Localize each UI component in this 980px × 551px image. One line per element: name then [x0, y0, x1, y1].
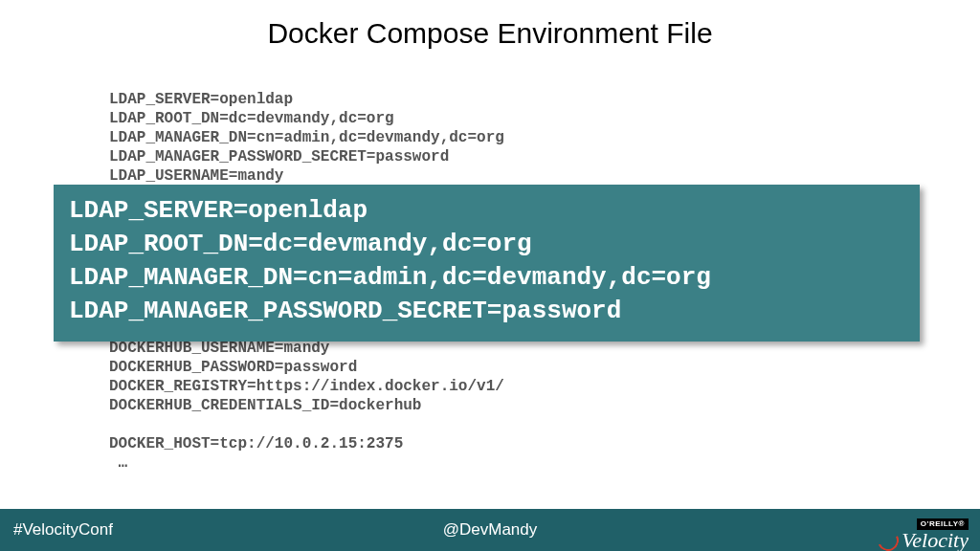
highlight-line: LDAP_MANAGER_PASSWORD_SECRET=password [69, 295, 904, 328]
logo-word: Velocity [902, 530, 969, 551]
highlight-line: LDAP_MANAGER_DN=cn=admin,dc=devmandy,dc=… [69, 261, 904, 295]
highlight-line: LDAP_ROOT_DN=dc=devmandy,dc=org [69, 228, 904, 261]
swirl-icon [875, 527, 902, 551]
logo-velocity-text: Velocity [878, 530, 969, 551]
highlight-callout: LDAP_SERVER=openldapLDAP_ROOT_DN=dc=devm… [54, 185, 920, 342]
footer-hashtag: #VelocityConf [13, 520, 113, 540]
footer-bar: #VelocityConf @DevMandy O'REILLY® Veloci… [0, 509, 980, 551]
oreilly-velocity-logo: O'REILLY® Velocity [878, 513, 969, 551]
slide-title: Docker Compose Environment File [0, 17, 980, 50]
highlight-line: LDAP_SERVER=openldap [69, 194, 904, 228]
footer-handle: @DevMandy [0, 520, 980, 540]
